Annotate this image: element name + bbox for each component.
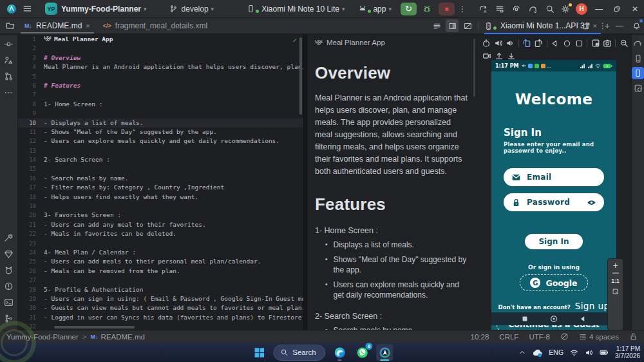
editor-vertical-scrollbar[interactable] — [299, 37, 302, 115]
editor-line-12[interactable]: 12- Users can explore meals quickly and … — [18, 137, 303, 146]
zoom-in-button[interactable]: + — [612, 262, 618, 269]
run-more-menu-icon[interactable]: ⋮ — [455, 2, 470, 16]
editor-line-14[interactable]: 142- Search Screen : — [18, 155, 303, 164]
sign-up-link[interactable]: Sign up — [575, 301, 610, 311]
editor-line-4[interactable]: 4Meal Planner is an Android application … — [18, 62, 303, 71]
commit-icon[interactable] — [2, 37, 16, 51]
stop-button[interactable]: ■ — [439, 3, 455, 15]
more-tools-icon[interactable]: ⋯ — [2, 85, 16, 99]
editor-horizontal-scrollbar[interactable] — [54, 326, 135, 329]
android-studio-taskbar-button[interactable] — [377, 344, 393, 361]
build-icon[interactable] — [2, 231, 16, 245]
email-field[interactable]: Email — [504, 168, 604, 186]
show-password-eye-icon[interactable] — [587, 198, 596, 207]
logcat-icon[interactable] — [2, 263, 16, 277]
editor-line-6[interactable]: 6# Features — [18, 81, 303, 90]
editor-line-31[interactable]: 31- Logged in user can Syncs his data (f… — [18, 313, 303, 322]
preview-only-view-icon[interactable] — [461, 19, 474, 32]
editor-line-3[interactable]: 3# Overview — [18, 53, 303, 62]
nav-recents-icon[interactable] — [521, 315, 529, 323]
markdown-editor[interactable]: 1Meal Planner App23# Overview4Meal Plann… — [18, 35, 303, 330]
panel-options-icon[interactable]: ⋮ — [596, 19, 609, 32]
pull-requests-icon[interactable] — [2, 69, 16, 83]
wifi-tray-icon[interactable] — [570, 348, 578, 357]
password-field[interactable]: Password — [504, 193, 604, 211]
hide-panel-icon[interactable]: — — [613, 19, 626, 32]
screenshot-icon[interactable] — [601, 37, 614, 49]
rotate-left-icon[interactable] — [521, 37, 533, 49]
home-icon[interactable] — [561, 37, 573, 49]
tab-readme[interactable]: M↓ README.md × — [18, 18, 97, 33]
volume-down-icon[interactable] — [504, 37, 516, 49]
edge-browser-button[interactable] — [332, 344, 348, 361]
start-button[interactable] — [251, 344, 267, 361]
settings-button[interactable] — [558, 2, 573, 16]
zoom-reset-icon[interactable] — [618, 37, 630, 49]
resource-manager-icon[interactable] — [2, 53, 16, 67]
device-settings-icon[interactable] — [589, 37, 601, 49]
editor-line-28[interactable]: 285- Profile & Authentication — [18, 285, 303, 294]
editor-only-view-icon[interactable] — [430, 19, 443, 32]
main-menu-icon[interactable] — [19, 2, 35, 16]
preview-scrollbar[interactable] — [473, 39, 475, 97]
recents-icon[interactable] — [573, 37, 585, 49]
editor-line-24[interactable]: 244- Meal Plan / Calendar : — [18, 248, 303, 257]
whatsapp-button[interactable]: 8 — [354, 344, 371, 361]
editor-line-8[interactable]: 81- Home Screen : — [18, 100, 303, 109]
split-view-icon[interactable] — [446, 19, 459, 32]
editor-line-5[interactable]: 5 — [18, 72, 303, 81]
nav-back-icon[interactable] — [579, 315, 587, 323]
notifications-bell-icon[interactable] — [630, 19, 643, 32]
nav-home-icon[interactable] — [549, 314, 558, 323]
editor-line-17[interactable]: 17- Filter meals by: Category , Country … — [18, 183, 303, 192]
editor-line-13[interactable]: 13 — [18, 146, 303, 155]
version-control-icon[interactable] — [2, 311, 16, 325]
taskbar-clock[interactable]: 1:17 PM 3/7/2026 — [615, 345, 640, 359]
device-selector[interactable]: Xiaomi Mi Note 10 Lite ▾ — [243, 2, 347, 16]
breadcrumb-project[interactable]: Yummy-Food-Planner — [6, 333, 79, 341]
project-badge[interactable]: YP — [45, 3, 57, 15]
language-switcher[interactable]: ENG — [549, 348, 564, 356]
onedrive-icon[interactable] — [533, 348, 542, 357]
problems-icon[interactable] — [2, 279, 16, 293]
vcs-branch-selector[interactable]: develop ▾ — [166, 2, 217, 16]
inspections-widget-icon[interactable] — [560, 332, 569, 341]
terminal-icon[interactable] — [2, 295, 16, 309]
run-config-selector[interactable]: app ▾ — [355, 2, 394, 16]
gradle-icon[interactable] — [632, 37, 644, 50]
power-icon[interactable] — [480, 37, 493, 49]
breadcrumb-file[interactable]: README.md — [101, 333, 145, 341]
restore-button[interactable] — [608, 0, 626, 17]
device-explorer-icon[interactable] — [632, 52, 644, 64]
editor-line-1[interactable]: 1Meal Planner App — [18, 35, 303, 44]
user-avatar[interactable]: H — [576, 3, 587, 15]
indent-widget[interactable]: 4 spaces — [579, 333, 619, 341]
line-ending-widget[interactable]: CRLF — [499, 333, 518, 341]
editor-line-30[interactable]: 30- Guests can view meals but cannot add… — [18, 303, 303, 312]
file-lock-icon[interactable] — [629, 332, 638, 341]
editor-line-20[interactable]: 203- Favorites Screen : — [18, 211, 303, 220]
editor-line-25[interactable]: 25- Users can add meals to their persona… — [18, 257, 303, 266]
editor-line-19[interactable]: 19 — [18, 202, 303, 211]
debug-button[interactable] — [419, 3, 435, 15]
battery-tray-icon[interactable] — [600, 348, 609, 357]
editor-line-7[interactable]: 7 — [18, 90, 303, 99]
editor-line-26[interactable]: 26- Meals can be removed from the plan. — [18, 267, 303, 276]
minimize-button[interactable]: — — [590, 0, 608, 17]
volume-tray-icon[interactable] — [585, 348, 593, 357]
rotate-right-icon[interactable] — [533, 37, 545, 49]
editor-line-16[interactable]: 16- Search meals by name. — [18, 174, 303, 183]
layout-inspector-icon[interactable] — [632, 82, 644, 94]
editor-line-10[interactable]: 10- Displays a list of meals. — [18, 119, 303, 128]
project-selector[interactable]: Yummy-Food-Planner — [61, 5, 141, 14]
cursor-position[interactable]: 10:28 — [471, 333, 489, 341]
markdown-preview-pane[interactable]: Meal Planner App OverviewMeal Planner is… — [307, 35, 477, 330]
volume-up-icon[interactable] — [493, 37, 505, 49]
app-insights-icon[interactable] — [2, 247, 16, 261]
editor-line-29[interactable]: 29- Users can sign in using: ( Email & P… — [18, 294, 303, 303]
device-mirror-screen[interactable]: 1:17 PM .. Welcome Sign In Please enter — [491, 60, 616, 330]
running-devices-icon[interactable] — [632, 67, 644, 79]
editor-line-9[interactable]: 9 — [18, 109, 303, 118]
editor-line-15[interactable]: 15 — [18, 164, 303, 173]
editor-line-11[interactable]: 11- Shows "Meal of the Day" suggested by… — [18, 128, 303, 137]
